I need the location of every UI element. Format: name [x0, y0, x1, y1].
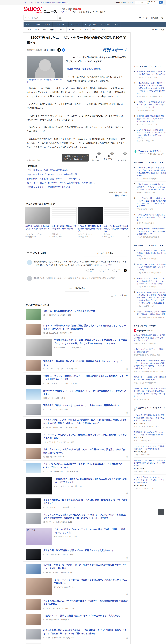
feed-article-item[interactable]: おくやみ ▶ 「ベニスに死す」ビョルン・アンドレセンさん死去 70歳 「世界で一…	[23, 526, 130, 547]
category-tab[interactable]: エンタメ	[55, 27, 66, 32]
article-title-link[interactable]: これで見納め!?妊娠中の人気タレント「起きているだけで自分を褒めてあげたいと思っ…	[137, 197, 166, 207]
hide-article-button[interactable]: X	[126, 368, 128, 370]
web-search-button[interactable]	[159, 1, 163, 4]
comment-count[interactable]: 56	[46, 572, 48, 574]
article-title-link[interactable]: 元宝塚女優、高市早苗首相の英語スピーチに私見「ちょっと次元が違う...」	[43, 549, 128, 552]
ranking-item[interactable]: 1 「大悟もそろそろキレてええんちゃう？」『酒のツマミ』の危機...大悟の松本人…	[134, 165, 166, 182]
article-title-link[interactable]: 石原さとみ、第2子出産後初の公の場に真っ赤なドレスで登場 子育ての出来事も明かす…	[137, 291, 166, 304]
scroll-to-top-button[interactable]: ↑	[158, 509, 164, 515]
feed-article-item[interactable]: ▶ 百田尚樹氏 悪性腫瘍の疑い公表 昨年2度の腎臓手術「余命1年ということになっ…	[23, 358, 130, 372]
article-title-link[interactable]: マツコ・デラックス、決意で北海道に移住検討「最期は北海道の地で迎える覚悟で・・・…	[137, 249, 166, 257]
comment-count[interactable]: 79	[46, 368, 48, 370]
feed-article-item[interactable]: ▶ 釣り中に電子タバコのバッテリー爆発、47歳男性の遺体発見 ／タイ 朝鮮日報日…	[23, 641, 130, 644]
comment-reaction-button[interactable]: なるほど6	[99, 268, 110, 273]
article-title-link[interactable]: ダイアン・津田出演のCMが「総務大臣賞」受賞も本人「なんも言われたことないよ」バ…	[43, 324, 128, 330]
article-title-link[interactable]: 「ベニスに死す」ビョルン・アンドレセンさん死去 70歳 「世界で一番美しい少年」…	[54, 528, 128, 534]
paid-article-item[interactable]: 【岡田彰布コラム】週べ創刊67年おめでとう！ オレはそのうちの3分の1で連載を続…	[134, 358, 166, 374]
topics-list-link[interactable]: トピックス一覧	[151, 28, 164, 31]
login-link[interactable]: ログイン	[60, 11, 67, 13]
comment-count[interactable]: 20	[46, 506, 48, 508]
article-title-link[interactable]: 「可愛すぎ」「すぐ芸能界入りできそう」TBS朝の生番組に登場した女性アスリートに…	[137, 101, 166, 108]
article-photo-block[interactable]: 日本保守党代表の作家、百田尚樹氏（2025年8月撮影）	[27, 56, 63, 83]
commenter-avatar[interactable]	[27, 260, 32, 265]
feed-article-item[interactable]: ▶ 「おしっこやうんちで重くなったおむつをはいて徘徊...」 いよいよ初公判「山…	[23, 511, 130, 526]
nav-tab[interactable]: 有料	[112, 22, 121, 27]
comment-count[interactable]: 89	[46, 426, 48, 428]
gear-icon[interactable]: ⚙	[161, 16, 163, 20]
hide-article-button[interactable]: X	[126, 608, 128, 610]
article-title-link[interactable]: 有名ゴルファー・横田真一が妻と極秘離婚＆パパ活三昧【先出し全文】	[134, 376, 166, 381]
article-title-link[interactable]: 54歳女優、5年前に直腸がんで子宮など摘出「3年以上泣かない...	[52, 225, 76, 232]
web-search-box[interactable]: ウェブ検索 バイクと小型...	[135, 1, 163, 4]
nav-tab[interactable]: エキスパート	[53, 22, 68, 27]
paid-article-item[interactable]: 有名ゴルファー・横田真一が妻と極秘離婚＆パパ活三昧【先出し全文】 文春オンライン…	[134, 374, 166, 386]
help-link[interactable]: ヘルプ	[128, 2, 133, 4]
article-title-link[interactable]: 「見れば見るほど...」妹系台湾チア〝全身透けピタ〟日本満喫姿に「これ何枚着てる…	[43, 463, 128, 469]
ranking-item[interactable]: 4 鈴木憲和・農相、朝の生放送で“無双状態”に「すげぇ」「玉川さん達言い返せない…	[134, 113, 166, 127]
related-article-link[interactable]: 百田尚樹氏、愛車批判に反論「私がベンツに乗ったら...」	[27, 176, 127, 181]
article-title-link[interactable]: 「大悟もそろそろキレてええんちゃう？」『酒のツマミ』の危機...大悟の松本人志コ…	[137, 166, 166, 177]
article-title-link[interactable]: 79歳ミュージシャン、82歳の元メンバーと「和解は絶対ありえない」40年前のピン…	[43, 374, 128, 381]
article-title-link[interactable]: 人気V系ギタリスト→病院で受け取ったら......「お茶噴いた」1400万表示の…	[137, 129, 166, 139]
web-search-suggestion[interactable]: バイクと小型...	[146, 1, 159, 4]
article-title-link[interactable]: コロチキ西野創人「痩せるためにやめた食べもの5選」発表 最強の2コンボ「キングオ…	[43, 498, 128, 505]
feed-article-item[interactable]: ▶ 父は芥川賞候補作家、夫は知事...80年代人気タレント66歳最新ショットが話…	[23, 336, 130, 358]
article-title-link[interactable]: 28歳元アイドル、死去した最愛の父にメッセージ「パパありがとう。大大大好き」	[43, 614, 128, 617]
article-title-link[interactable]: クレーマーに「申し訳ありません」は絶対NG...怒鳴る客を一発で黙らせた“元ブッ…	[43, 433, 128, 440]
comment-more-link[interactable]: もっと見る	[102, 264, 112, 266]
article-title-link[interactable]: 松たか子、伊藤沙莉、杉咲花、河合優実の「四姉妹」が再集結【芸能動画】	[137, 310, 166, 316]
hide-article-button[interactable]: X	[126, 427, 128, 429]
hide-article-button[interactable]: X	[126, 442, 128, 444]
hide-article-button[interactable]: X	[126, 637, 128, 639]
read-also-card[interactable]: ひろゆき氏 悪性腫瘍の疑い公表の百田尚樹氏を激励「世にはば... スポニチアネッ…	[78, 207, 103, 238]
ranking-item[interactable]: 3 吉永小百合「とっても興奮しています」 約33年ぶりのレッドカーペットにオーダ…	[134, 276, 166, 290]
yahoo-news-logo[interactable]: YAHOO! JAPAN ニュース	[24, 7, 57, 14]
keyword-search-button[interactable]	[57, 15, 62, 20]
comment-count[interactable]: 16	[46, 608, 48, 609]
ranking-item[interactable]: 2 榊原郁恵 夫・渡辺徹さん亡くなった後が人生の“第二章” 義父との会話で気づい…	[134, 262, 166, 276]
source-link[interactable]: 日刊スポーツ	[115, 194, 127, 196]
feed-article-item[interactable]: ▶ 元NMB48の24歳タレント、ミニスカ猫コスプレに「やっぱり難波は豹柄」「か…	[23, 387, 130, 402]
hide-article-button[interactable]: X	[126, 397, 128, 400]
reaction-button[interactable]: 18 新しい視点	[117, 152, 127, 162]
article-title-link[interactable]: 榊原郁恵 夫・渡辺徹さん亡くなった後が人生の“第二章” 義父との会話で気づいた	[137, 263, 166, 271]
ranking-item[interactable]: 4 《代理人が“近況”告白》人権救済申し立てのなかで復帰画策する「元フジ社員」 …	[134, 212, 166, 226]
read-also-card[interactable]: ステージ４胃がん闘病中の35歳元芸人、抗がん剤で「吐き続ける... 日刊スポーツ…	[104, 207, 129, 238]
article-title-link[interactable]: 長嶋一茂、価格高騰の金を購入し...「本当に失敗ですね」	[43, 310, 128, 312]
ranking-item[interactable]: 3 「可愛すぎ」「すぐ芸能界入りできそう」TBS朝の生番組に登場した女性アスリー…	[134, 99, 166, 113]
feed-article-item[interactable]: ▶ 「こんなに変わったの!?」性転換手術に戸籍変更、改名、16キロの減量...〝…	[23, 416, 130, 431]
commenter-avatar[interactable]	[27, 276, 32, 281]
reacted-article-item[interactable]: ニデック株が一時ストップ安、注意銘柄指定を嫌気 日経平均株価は続伸 2953リア…	[134, 444, 166, 458]
feed-article-item[interactable]: ▶ クレーマーに「申し訳ありません」は絶対NG...怒鳴る客を一発で黙らせた“元…	[23, 431, 130, 446]
promo-link[interactable]: 11/1「犬の日」1匹でも多くの命を救うため支援しませんか	[24, 2, 68, 4]
read-also-card[interactable]: 54歳女優、5年前に直腸がんで子宮など摘出「3年以上泣かない... 日刊スポーツ…	[52, 207, 76, 238]
hide-article-button[interactable]: X	[49, 236, 50, 238]
facebook-share-icon[interactable]: f	[62, 48, 65, 52]
article-title-link[interactable]: 百田尚樹氏「新たなガンができたかもしれん」 腫瘍マーカーで悪性腫瘍の疑い	[134, 431, 166, 436]
category-tab[interactable]: IT	[77, 27, 83, 32]
ranking-item[interactable]: 4 石原さとみ、第2子出産後初の公の場に真っ赤なドレスで登場 子育ての出来事も明…	[134, 290, 166, 309]
paid-article-item[interactable]: 矢沢永吉「不動産50億円爆買い」“安倍晋三御用達”名門料亭と家賃トラブルが勃発！…	[134, 332, 166, 346]
feed-article-item[interactable]: ▶ ダイアン・津田出演のCMが「総務大臣賞」受賞も本人「なんも言われたことないよ…	[23, 322, 130, 336]
article-title-link[interactable]: 「夫に見てほしい」30歳女性が“夫公認”でセクシー女優デビュー。涙を流した夫が「…	[43, 448, 128, 454]
article-title-link[interactable]: ニデック株が一時ストップ安、注意銘柄指定を嫌気 日経平均株価は続伸	[134, 445, 166, 450]
comment-count[interactable]: 138	[46, 382, 49, 384]
hide-article-button[interactable]: X	[126, 557, 128, 559]
feed-article-item[interactable]: ▶ コロチキ西野創人「痩せるためにやめた食べもの5選」発表 最強の2コンボ「キン…	[23, 496, 130, 511]
ranking-item[interactable]: 5 松たか子、伊藤沙莉、杉咲花、河合優実の「四姉妹」が再集結【芸能動画】 テレビ…	[134, 309, 166, 320]
hide-article-button[interactable]: X	[126, 383, 128, 385]
article-title-link[interactable]: 「こんなに変わったの!?」性転換手術に戸籍変更、改名、16キロの減量...〝激変…	[43, 418, 128, 425]
article-title-link[interactable]: ひろゆき氏 悪性腫瘍の疑い公表の百田尚樹氏を激励「世にはば...	[78, 225, 103, 232]
article-title-link[interactable]: 父は芥川賞候補作家、夫は知事...80年代人気タレント66歳最新ショットが話題「…	[54, 339, 128, 345]
hide-article-button[interactable]: X	[126, 471, 128, 473]
hide-article-button[interactable]: X	[128, 236, 129, 238]
article-title-link[interactable]: 10億円超えの脱税を指摘されるも完済...何度どん底から這い上...	[25, 225, 50, 232]
comment-count[interactable]: 132	[46, 471, 49, 472]
nav-tab[interactable]: トップ	[24, 22, 34, 27]
comment-count[interactable]: 15	[46, 332, 48, 334]
article-title-link[interactable]: 百田尚樹氏 悪性腫瘍の疑い公表 昨年2度の腎臓手術「余命1年ということになったら…	[43, 360, 128, 366]
nav-tab[interactable]: ライブ	[42, 22, 53, 27]
article-title-link[interactable]: 元NMB48の24歳タレント、ミニスカ猫コスプレに「やっぱり難波は豹柄」「かわい…	[43, 389, 128, 396]
hide-article-button[interactable]: X	[126, 456, 128, 458]
feed-article-item[interactable]: ▶ 79歳ミュージシャン、82歳の元メンバーと「和解は絶対ありえない」40年前の…	[23, 372, 130, 387]
